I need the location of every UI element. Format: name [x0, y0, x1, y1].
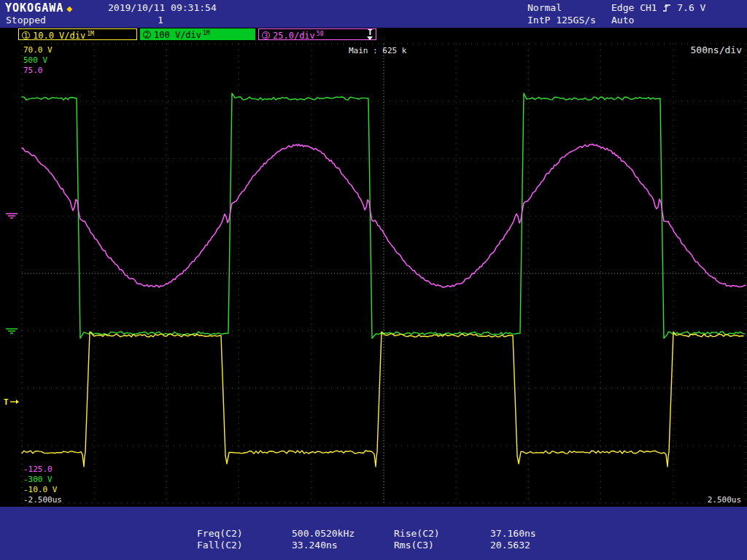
ch2-position-label: 500 V: [23, 55, 47, 65]
acquisition-count: 1: [158, 15, 163, 26]
channel-2-unit: /div: [180, 30, 201, 40]
measurement-bar: Freq(C2) 500.0520kHz Rise(C2) 37.160ns F…: [0, 507, 747, 560]
brand-diamond-icon: ◆: [66, 3, 73, 14]
acquisition-status: Stopped: [6, 15, 46, 26]
channel-bar: 110.0 V/div1M 2100 V/div1M 325.0/div50 T: [0, 28, 747, 41]
time-left-label: -2.500us: [23, 495, 62, 505]
channel-2-scale: 100 V: [154, 30, 180, 40]
measurement-fall-value: 33.240ns: [292, 540, 338, 551]
rising-edge-icon: [662, 3, 671, 12]
channel-1-impedance: 1M: [87, 31, 94, 37]
channel-1-unit: /div: [64, 31, 85, 41]
trigger-source-label: Edge CH1: [611, 2, 657, 13]
channel-1-number-badge: 1: [22, 31, 30, 39]
record-length-label: Main : 625 k: [349, 46, 406, 55]
channel-1-indicator[interactable]: 110.0 V/div1M: [18, 28, 137, 40]
measurement-freq-label[interactable]: Freq(C2): [197, 528, 243, 539]
channel-1-scale: 10.0 V: [33, 31, 64, 41]
ch3-lower-label: -125.0: [23, 464, 53, 474]
time-right-label: 2.500us: [686, 495, 741, 505]
measurement-freq-value: 500.0520kHz: [292, 528, 355, 539]
channel-3-impedance: 50: [317, 31, 324, 37]
trigger-sweep-label[interactable]: Auto: [611, 15, 634, 26]
header-bar: YOKOGAWA◆ Stopped 2019/10/11 09:31:54 1 …: [0, 0, 747, 28]
ch1-lower-label: -10.0 V: [23, 485, 57, 494]
channel-2-number-badge: 2: [143, 31, 151, 39]
ch1-position-label: 70.0 V: [23, 45, 53, 55]
waveform-canvas: T: [0, 0, 747, 560]
ch3-position-label: 75.0: [23, 66, 43, 75]
measurement-rise-label[interactable]: Rise(C2): [394, 528, 440, 539]
channel-2-impedance: 1M: [203, 30, 210, 36]
trigger-level-label: 7.6 V: [677, 2, 705, 13]
measurement-rise-value: 37.160ns: [490, 528, 536, 539]
brand-logo: YOKOGAWA◆: [5, 1, 73, 15]
channel-3-indicator[interactable]: 325.0/div50: [258, 28, 376, 40]
brand-text: YOKOGAWA: [5, 1, 63, 15]
channel-3-scale: 25.0: [273, 31, 294, 41]
datetime-label: 2019/10/11 09:31:54: [108, 2, 217, 13]
interpolation-label: IntP 125GS/s: [527, 15, 596, 26]
trigger-position-icon: [367, 36, 373, 40]
channel-2-indicator[interactable]: 2100 V/div1M: [140, 28, 255, 40]
channel-3-number-badge: 3: [262, 31, 270, 39]
trigger-settings[interactable]: Edge CH1 7.6 V: [611, 2, 705, 13]
svg-text:T: T: [4, 397, 9, 407]
timebase-label[interactable]: 500ns/div: [675, 44, 742, 55]
channel-3-unit: /div: [294, 31, 315, 41]
measurement-rms-value: 20.5632: [490, 540, 530, 551]
measurement-fall-label[interactable]: Fall(C2): [197, 540, 243, 551]
measurement-rms-label[interactable]: Rms(C3): [394, 540, 434, 551]
trigger-mode-label[interactable]: Normal: [527, 2, 562, 13]
ch2-lower-label: -300 V: [23, 475, 53, 484]
